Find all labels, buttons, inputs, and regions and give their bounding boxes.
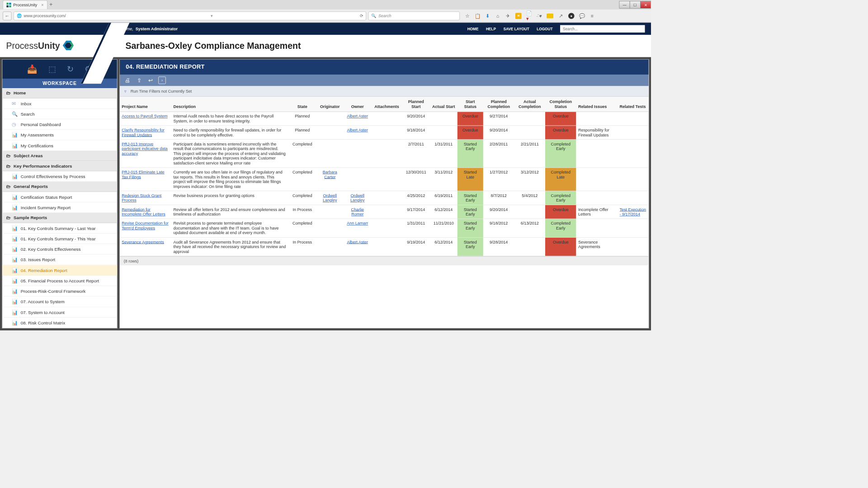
browser-back-button[interactable]: ← (3, 11, 12, 20)
column-header[interactable]: Originator (316, 97, 344, 112)
url-bar[interactable]: 🌐 www.processunity.com/ ▾ ⟳ (14, 11, 366, 20)
owner-link[interactable]: Albert Aster (347, 114, 368, 119)
inbox-icon[interactable]: 📥 (27, 65, 38, 74)
sidebar-item[interactable]: 📊04. Remediation Report (2, 265, 117, 276)
originator-link[interactable]: Barbara Carter (323, 170, 337, 179)
column-header[interactable]: Completion Status (545, 97, 576, 112)
home-icon[interactable]: ⌂ (495, 13, 500, 19)
sidebar-section[interactable]: 🗁Home (2, 88, 117, 99)
owner-link[interactable]: Ordwell Langley (350, 193, 365, 203)
sidebar-item[interactable]: 📊01. Key Controls Summary - This Year (2, 234, 117, 244)
dashboard-icon[interactable]: ⬚ (48, 65, 56, 74)
nav-save-layout[interactable]: SAVE LAYOUT (503, 27, 529, 31)
column-header[interactable]: Project Name (120, 97, 171, 112)
reply-icon[interactable]: ↩ (147, 77, 155, 84)
sidebar-item[interactable]: ◷Personal Dashboard (2, 119, 117, 130)
nav-home[interactable]: HOME (467, 27, 479, 31)
sidebar-section[interactable]: 🗁General Reports (2, 182, 117, 192)
sidebar-item[interactable]: ✉Inbox (2, 99, 117, 109)
related-test-link[interactable]: Test Execution - 9/17/2014 (620, 207, 646, 216)
sidebar-item[interactable]: 📊07. System to Account (2, 307, 117, 318)
sidebar-item[interactable]: 📊08. Risk Control Matrix (2, 318, 117, 328)
sidebar-item[interactable]: 🔍Search (2, 109, 117, 119)
owner-link[interactable]: Albert Aster (347, 239, 368, 244)
filter-icon[interactable]: ▿ (124, 89, 127, 94)
wand-icon[interactable]: ↗ (558, 13, 564, 19)
sidebar-item[interactable]: 📊Incident Summary Report (2, 202, 117, 213)
table-scroll[interactable]: Project NameDescriptionStateOriginatorOw… (120, 97, 649, 328)
nav-logout[interactable]: LOGOUT (537, 27, 552, 31)
pdf-icon[interactable]: 📄▾ (526, 13, 532, 19)
sidebar-item[interactable]: 📊07. Account to System (2, 296, 117, 307)
sidebar-item[interactable]: 📊01. Key Controls Summary - Last Year (2, 223, 117, 234)
sidebar-section[interactable]: 🗁Subject Areas (2, 151, 117, 161)
refresh-icon[interactable]: ⟳ (360, 14, 363, 19)
nav-help[interactable]: HELP (486, 27, 496, 31)
originator-link[interactable]: Ordwell Langley (323, 193, 337, 203)
project-link[interactable]: Severance Agreements (122, 239, 164, 244)
chart-icon: 🔍 (12, 111, 17, 117)
project-link[interactable]: Remediation for Incomplete Offer Letters (122, 207, 165, 216)
column-header[interactable]: Planned Start (402, 97, 430, 112)
sun-icon[interactable]: ☀ (515, 13, 522, 19)
sidebar-item[interactable]: 📊Certification Status Report (2, 192, 117, 202)
column-header[interactable]: Attachments (371, 97, 402, 112)
column-header[interactable]: Related Issues (576, 97, 618, 112)
sidebar-item[interactable]: 📊Control Effectiveness by Process (2, 171, 117, 182)
cell-planned-completion: 9/20/2014 (483, 205, 514, 219)
expand-icon[interactable]: › (158, 77, 166, 84)
sidebar-item-label: 01. Key Controls Summary - This Year (21, 236, 96, 241)
column-header[interactable]: Related Tests (618, 97, 649, 112)
owner-link[interactable]: Charlie Romer (351, 207, 364, 216)
project-link[interactable]: Access to Payroll System (122, 114, 168, 119)
sidebar-item[interactable]: 📊My Certifications (2, 141, 117, 151)
new-tab-button[interactable]: + (49, 2, 52, 8)
project-link[interactable]: PRJ-015 Eliminate Late Tax Filings (122, 170, 165, 179)
project-link[interactable]: Revise Documentation for Term'd Employee… (122, 221, 169, 230)
dark-circle-icon[interactable]: ● (568, 13, 575, 19)
history-icon[interactable]: ↻ (67, 65, 74, 74)
send-icon[interactable]: ✈ (505, 13, 511, 19)
clipboard-icon[interactable]: 📋 (475, 13, 480, 19)
chat-icon[interactable]: 💬 (579, 13, 585, 19)
browser-tab-bar: ProcessUnity × + — ☐ ✕ (0, 0, 651, 9)
owner-link[interactable]: Ann Lamarr (347, 221, 368, 226)
cell-related-tests (618, 237, 649, 256)
window-maximize-button[interactable]: ☐ (630, 1, 641, 9)
window-minimize-button[interactable]: — (619, 1, 630, 9)
sidebar-section[interactable]: 🗁Key Performance Indicators (2, 161, 117, 171)
menu-icon[interactable]: ≡ (590, 13, 595, 19)
owner-link[interactable]: Albert Aster (347, 128, 368, 133)
cell-related-tests (618, 140, 649, 168)
sidebar-item[interactable]: 📊Process-Risk-Control Framework (2, 286, 117, 296)
download-icon[interactable]: ⬇ (485, 13, 491, 19)
app-search-input[interactable] (560, 25, 645, 33)
battery-icon[interactable] (547, 14, 553, 19)
column-header[interactable]: Start Status (458, 97, 483, 112)
column-header[interactable]: Actual Start (430, 97, 458, 112)
sidebar-item[interactable]: 📊03. Issues Report (2, 254, 117, 265)
tab-close-icon[interactable]: × (41, 3, 43, 8)
gear-dots-icon[interactable]: ∴▾ (537, 13, 542, 19)
star-icon[interactable]: ☆ (465, 13, 470, 19)
column-header[interactable]: Owner (344, 97, 371, 112)
sidebar-item[interactable]: 📊My Assessments (2, 130, 117, 140)
browser-search[interactable]: 🔍 Search (368, 11, 460, 20)
sidebar-section[interactable]: 🗁Sample Reports (2, 213, 117, 223)
project-link[interactable]: Redesign Stock Grant Process (122, 193, 161, 203)
chart-icon: 📊 (12, 246, 17, 252)
column-header[interactable]: Description (171, 97, 288, 112)
print-icon[interactable]: 🖨 (124, 77, 132, 84)
column-header[interactable]: Actual Completion (514, 97, 545, 112)
page-title: Sarbanes-Oxley Compliance Management (126, 41, 301, 51)
column-header[interactable]: Planned Completion (483, 97, 514, 112)
window-close-button[interactable]: ✕ (640, 1, 651, 9)
browser-tab[interactable]: ProcessUnity × (3, 0, 47, 9)
column-header[interactable]: State (288, 97, 316, 112)
project-link[interactable]: Clarify Responsiblity for Firewall Updat… (122, 128, 165, 137)
dropdown-icon[interactable]: ▾ (211, 14, 213, 19)
sidebar-item[interactable]: 📊05. Financial Process to Account Report (2, 276, 117, 286)
sidebar-item[interactable]: 📊02. Key Controls Effectiveness (2, 244, 117, 254)
export-icon[interactable]: ⇪ (135, 77, 143, 84)
project-link[interactable]: PRJ-013 Improve participant indicative d… (122, 142, 168, 156)
